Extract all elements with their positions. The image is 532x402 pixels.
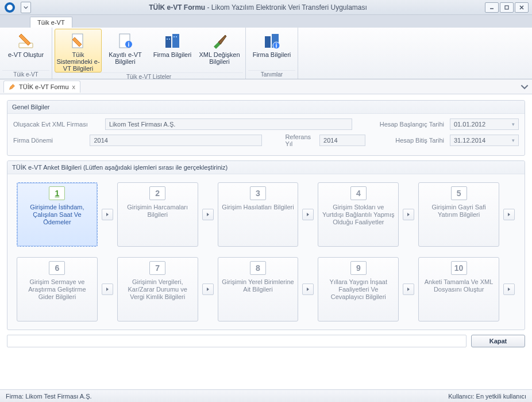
step-card-5[interactable]: 5Girişimin Gayri Safi Yatırım Bilgileri bbox=[418, 182, 499, 247]
ribbon-item[interactable]: XML Değişken Bilgileri bbox=[196, 29, 243, 72]
document-tab-close[interactable]: x bbox=[72, 83, 76, 90]
chevron-down-icon: ▾ bbox=[512, 137, 515, 143]
ribbon-item-label: Kayıtlı e-VT Bilgileri bbox=[102, 51, 148, 65]
step-number: 10 bbox=[451, 261, 467, 275]
ribbon-item[interactable]: iFirma Bilgileri bbox=[248, 29, 295, 70]
status-right: Kullanıcı: En yetkili kullanıcı bbox=[448, 393, 526, 400]
ribbon: e-VT OluşturTüik e-VTTüik Sistemindeki e… bbox=[0, 28, 532, 79]
step-number: 9 bbox=[350, 261, 367, 275]
step-card-1[interactable]: 1Girişimde İstihdam, Çalışılan Saat Ve Ö… bbox=[17, 182, 98, 247]
status-message-field bbox=[7, 335, 467, 347]
status-left: Firma: Likom Test Firması A.Ş. bbox=[6, 393, 92, 400]
ribbon-group-title: Tüik e-VT bbox=[2, 70, 49, 79]
close-button[interactable] bbox=[515, 2, 529, 13]
arrow-right-icon[interactable] bbox=[202, 209, 214, 220]
svg-text:i: i bbox=[276, 43, 277, 49]
period-label: Firma Dönemi bbox=[13, 137, 84, 144]
step-number: 1 bbox=[49, 186, 65, 200]
ribbon-item[interactable]: e-VT Oluştur bbox=[2, 29, 49, 70]
svg-rect-11 bbox=[174, 36, 175, 37]
step-label: Anketi Tamamla Ve XML Dosyasını Oluştur bbox=[422, 278, 495, 293]
arrow-right-icon[interactable] bbox=[403, 284, 414, 295]
doc-pencil-icon bbox=[69, 32, 87, 50]
ribbon-tab-tuik-evt[interactable]: Tüik e-VT bbox=[30, 17, 72, 28]
ribbon-item[interactable]: Firma Bilgileri bbox=[149, 29, 196, 72]
app-icon[interactable] bbox=[2, 0, 17, 15]
svg-rect-8 bbox=[172, 34, 179, 48]
ribbon-group-title: Tanımlar bbox=[248, 70, 295, 79]
svg-rect-9 bbox=[167, 39, 168, 40]
step-card-7[interactable]: 7Girişimin Vergileri, Kar/Zarar Durumu v… bbox=[117, 257, 198, 321]
step-number: 7 bbox=[149, 261, 165, 275]
step-card-3[interactable]: 3Girişim Hasılatları Bilgileri bbox=[218, 182, 299, 247]
quick-access-dropdown[interactable] bbox=[21, 2, 31, 13]
document-tab-label: TÜİK e-VT Formu bbox=[19, 83, 69, 90]
ribbon-group: e-VT OluşturTüik e-VT bbox=[0, 28, 52, 79]
title-prefix: TÜİK e-VT Formu bbox=[149, 3, 205, 12]
end-date-field[interactable]: 31.12.2014 ▾ bbox=[450, 135, 519, 146]
step-arrow bbox=[402, 257, 415, 321]
end-date-label: Hesap Bitiş Tarihi bbox=[383, 137, 444, 144]
ribbon-tab-strip: Tüik e-VT bbox=[0, 15, 532, 28]
step-label: Girişim Sermaye ve Araştırma Geliştirme … bbox=[21, 278, 94, 301]
ribbon-item[interactable]: iKayıtlı e-VT Bilgileri bbox=[102, 29, 149, 72]
arrow-right-icon[interactable] bbox=[503, 209, 515, 220]
general-info-title: Genel Bilgiler bbox=[7, 101, 525, 114]
step-label: Girişim Hasılatları Bilgileri bbox=[222, 204, 294, 211]
step-arrow bbox=[503, 257, 515, 321]
minimize-button[interactable] bbox=[485, 2, 499, 13]
step-card-9[interactable]: 9Yıllara Yaygın İnşaat Faaliyetleri Ve C… bbox=[318, 257, 399, 321]
document-tab[interactable]: TÜİK e-VT Formu x bbox=[3, 81, 80, 93]
ribbon-item-label: XML Değişken Bilgileri bbox=[196, 51, 242, 65]
xml-firm-label: Oluşacak Evt XML Firması bbox=[13, 121, 99, 128]
arrow-right-icon[interactable] bbox=[403, 209, 414, 220]
step-label: Girişimde İstihdam, Çalışılan Saat Ve Öd… bbox=[21, 204, 94, 226]
ref-year-field[interactable]: 2014 bbox=[319, 135, 365, 146]
step-label: Girişimin Harcamaları Bilgileri bbox=[121, 204, 194, 219]
step-arrow bbox=[202, 257, 214, 321]
step-card-10[interactable]: 10Anketi Tamamla Ve XML Dosyasını Oluştu… bbox=[418, 257, 499, 321]
arrow-right-icon[interactable] bbox=[202, 284, 214, 295]
svg-text:i: i bbox=[128, 41, 130, 48]
start-date-field[interactable]: 01.01.2012 ▾ bbox=[450, 118, 519, 130]
chevron-down-icon bbox=[24, 5, 28, 10]
ribbon-group-title: Tüik e-VT Listeler bbox=[55, 72, 243, 81]
close-form-button[interactable]: Kapat bbox=[471, 335, 525, 347]
svg-rect-10 bbox=[169, 39, 170, 40]
general-info-panel: Genel Bilgiler Oluşacak Evt XML Firması … bbox=[7, 100, 525, 156]
period-field[interactable]: 2014 bbox=[90, 135, 262, 146]
buildings-icon bbox=[163, 32, 182, 50]
ribbon-item-label: Firma Bilgileri bbox=[253, 51, 291, 58]
arrow-right-icon[interactable] bbox=[503, 284, 515, 295]
maximize-button[interactable] bbox=[500, 2, 514, 13]
content-area: Genel Bilgiler Oluşacak Evt XML Firması … bbox=[0, 94, 532, 350]
svg-rect-13 bbox=[265, 36, 271, 48]
step-arrow bbox=[202, 182, 214, 247]
chevron-down-icon: ▾ bbox=[512, 121, 515, 127]
bottom-action-row: Kapat bbox=[7, 335, 525, 347]
buildings-info-icon: i bbox=[263, 32, 281, 50]
arrow-right-icon[interactable] bbox=[302, 209, 314, 220]
arrow-right-icon[interactable] bbox=[102, 209, 113, 220]
brush-icon bbox=[210, 32, 229, 50]
arrow-right-icon[interactable] bbox=[302, 284, 314, 295]
step-number: 5 bbox=[451, 186, 467, 200]
arrow-right-icon[interactable] bbox=[102, 284, 113, 295]
step-arrow bbox=[503, 182, 515, 247]
step-label: Girişimin Yerel Birimlerine Ait Bilgiler… bbox=[222, 278, 295, 293]
step-card-6[interactable]: 6Girişim Sermaye ve Araştırma Geliştirme… bbox=[17, 257, 98, 321]
svg-rect-7 bbox=[165, 36, 171, 48]
step-card-4[interactable]: 4Girişim Stokları ve Yurtdışı Bağlantılı… bbox=[318, 182, 399, 247]
step-card-2[interactable]: 2Girişimin Harcamaları Bilgileri bbox=[117, 182, 198, 247]
ribbon-item[interactable]: Tüik Sistemindeki e-VT Bilgileri bbox=[55, 29, 102, 72]
xml-firm-field[interactable]: Likom Test Firması A.Ş. bbox=[105, 118, 352, 130]
pencil-icon bbox=[9, 83, 16, 90]
step-card-8[interactable]: 8Girişimin Yerel Birimlerine Ait Bilgile… bbox=[218, 257, 299, 321]
survey-steps-panel: TÜİK e-VT Anket Bilgileri (Lütfen aşağıd… bbox=[7, 160, 525, 330]
svg-rect-12 bbox=[176, 36, 177, 37]
chevron-down-icon[interactable] bbox=[521, 83, 529, 91]
ribbon-item-label: Tüik Sistemindeki e-VT Bilgileri bbox=[55, 51, 101, 72]
step-label: Girişimin Gayri Safi Yatırım Bilgileri bbox=[422, 204, 495, 219]
survey-steps-title: TÜİK e-VT Anket Bilgileri (Lütfen aşağıd… bbox=[7, 161, 525, 174]
step-number: 8 bbox=[250, 261, 266, 275]
